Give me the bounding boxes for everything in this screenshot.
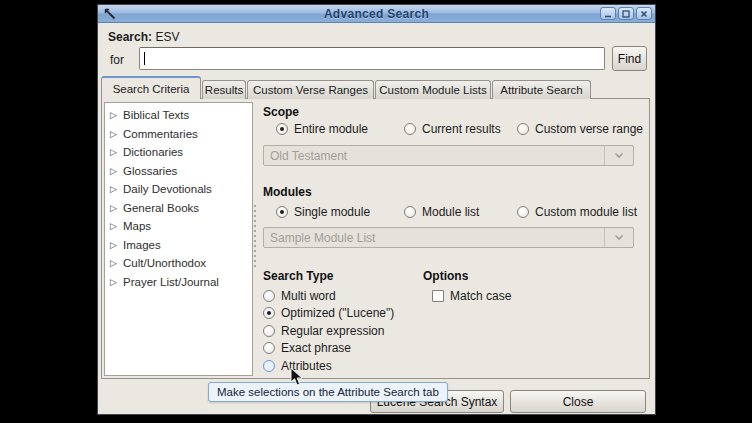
tree-item-images[interactable]: ▷Images xyxy=(105,236,252,255)
radio-current-results[interactable]: Current results xyxy=(404,122,501,136)
expander-icon[interactable]: ▷ xyxy=(110,221,123,231)
search-input[interactable] xyxy=(139,47,605,70)
radio-multi-word[interactable]: Multi word xyxy=(263,289,336,303)
radio-label: Multi word xyxy=(281,289,336,303)
tree-item-dictionaries[interactable]: ▷Dictionaries xyxy=(105,143,252,162)
radio-entire-module[interactable]: Entire module xyxy=(276,122,368,136)
expander-icon[interactable]: ▷ xyxy=(110,166,123,176)
text-caret xyxy=(144,52,145,65)
tooltip: Make selections on the Attribute Search … xyxy=(208,382,448,402)
tree-item-maps[interactable]: ▷Maps xyxy=(105,217,252,236)
options-title: Options xyxy=(423,269,468,283)
tab-attribute-search[interactable]: Attribute Search xyxy=(492,80,591,99)
radio-icon[interactable] xyxy=(404,206,416,218)
radio-icon[interactable] xyxy=(263,360,275,372)
radio-icon[interactable] xyxy=(404,123,416,135)
tree-item-label: Prayer List/Journal xyxy=(123,276,219,288)
expander-icon[interactable]: ▷ xyxy=(110,258,123,268)
radio-icon[interactable] xyxy=(517,123,529,135)
radio-label: Custom verse range xyxy=(535,122,643,136)
radio-label: Entire module xyxy=(294,122,368,136)
desktop: Advanced Search Search: ESV for Find xyxy=(0,0,752,423)
radio-single-module[interactable]: Single module xyxy=(276,205,370,219)
radio-label: Custom module list xyxy=(535,205,637,219)
radio-label: Optimized ("Lucene") xyxy=(281,306,394,320)
modules-title: Modules xyxy=(263,185,312,199)
tree-item-biblical-texts[interactable]: ▷Biblical Texts xyxy=(105,106,252,125)
search-module-value: ESV xyxy=(155,30,179,44)
close-dialog-button[interactable]: Close xyxy=(510,390,646,413)
radio-optimized-lucene[interactable]: Optimized ("Lucene") xyxy=(263,306,394,320)
radio-icon[interactable] xyxy=(263,342,275,354)
tree-item-label: Dictionaries xyxy=(123,146,183,158)
module-tree[interactable]: ▷Biblical Texts ▷Commentaries ▷Dictionar… xyxy=(104,102,253,376)
radio-icon[interactable] xyxy=(517,206,529,218)
find-button[interactable]: Find xyxy=(612,46,647,71)
radio-label: Attributes xyxy=(281,359,332,373)
tab-custom-verse-ranges[interactable]: Custom Verse Ranges xyxy=(247,80,374,99)
expander-icon[interactable]: ▷ xyxy=(110,240,123,250)
tree-item-label: General Books xyxy=(123,202,199,214)
radio-module-list[interactable]: Module list xyxy=(404,205,479,219)
tree-item-cult-unorthodox[interactable]: ▷Cult/Unorthodox xyxy=(105,254,252,273)
scope-combo-value: Old Testament xyxy=(264,146,604,165)
radio-custom-module-list[interactable]: Custom module list xyxy=(517,205,637,219)
window-controls xyxy=(600,7,652,20)
match-case-option[interactable]: Match case xyxy=(432,289,511,303)
radio-icon[interactable] xyxy=(276,123,288,135)
modules-combo-value: Sample Module List xyxy=(264,228,604,247)
radio-exact-phrase[interactable]: Exact phrase xyxy=(263,341,351,355)
tree-item-glossaries[interactable]: ▷Glossaries xyxy=(105,162,252,181)
expander-icon[interactable]: ▷ xyxy=(110,110,123,120)
checkbox-label: Match case xyxy=(450,289,511,303)
maximize-button[interactable] xyxy=(618,7,634,20)
titlebar[interactable]: Advanced Search xyxy=(98,5,655,23)
radio-regular-expression[interactable]: Regular expression xyxy=(263,324,384,338)
tree-item-commentaries[interactable]: ▷Commentaries xyxy=(105,125,252,144)
expander-icon[interactable]: ▷ xyxy=(110,184,123,194)
tree-item-daily-devotionals[interactable]: ▷Daily Devotionals xyxy=(105,180,252,199)
chevron-down-icon xyxy=(604,146,633,165)
radio-label: Exact phrase xyxy=(281,341,351,355)
expander-icon[interactable]: ▷ xyxy=(110,129,123,139)
scope-title: Scope xyxy=(263,105,299,119)
radio-icon[interactable] xyxy=(276,206,288,218)
expander-icon[interactable]: ▷ xyxy=(110,203,123,213)
search-module-line: Search: ESV xyxy=(108,30,179,44)
tree-item-label: Images xyxy=(123,239,161,251)
radio-icon[interactable] xyxy=(263,307,275,319)
tree-item-label: Glossaries xyxy=(123,165,177,177)
window-title: Advanced Search xyxy=(98,7,655,21)
radio-label: Current results xyxy=(422,122,501,136)
tab-custom-module-lists[interactable]: Custom Module Lists xyxy=(375,80,491,99)
minimize-icon xyxy=(604,10,612,18)
tree-item-label: Daily Devotionals xyxy=(123,183,212,195)
scope-combo: Old Testament xyxy=(263,145,634,166)
expander-icon[interactable]: ▷ xyxy=(110,147,123,157)
close-button[interactable] xyxy=(636,7,652,20)
for-label: for xyxy=(110,53,124,67)
expander-icon[interactable]: ▷ xyxy=(110,277,123,287)
radio-custom-verse-range[interactable]: Custom verse range xyxy=(517,122,643,136)
close-icon xyxy=(640,10,648,18)
checkbox-icon[interactable] xyxy=(432,290,444,302)
tree-item-label: Commentaries xyxy=(123,128,198,140)
tab-bar: Search Criteria Results Custom Verse Ran… xyxy=(101,76,592,99)
tree-item-prayer-list-journal[interactable]: ▷Prayer List/Journal xyxy=(105,273,252,292)
tree-item-label: Biblical Texts xyxy=(123,109,189,121)
minimize-button[interactable] xyxy=(600,7,616,20)
tree-item-general-books[interactable]: ▷General Books xyxy=(105,199,252,218)
tab-search-criteria[interactable]: Search Criteria xyxy=(101,76,201,99)
chevron-down-icon xyxy=(604,228,633,247)
advanced-search-window: Advanced Search Search: ESV for Find xyxy=(97,4,656,415)
tree-item-label: Cult/Unorthodox xyxy=(123,257,206,269)
radio-label: Module list xyxy=(422,205,479,219)
tree-item-label: Maps xyxy=(123,220,151,232)
mouse-cursor xyxy=(290,367,304,387)
radio-icon[interactable] xyxy=(263,325,275,337)
pane-splitter-handle[interactable] xyxy=(254,205,256,269)
modules-combo: Sample Module List xyxy=(263,227,634,248)
radio-icon[interactable] xyxy=(263,290,275,302)
search-label: Search: xyxy=(108,30,152,44)
tab-results[interactable]: Results xyxy=(202,80,246,99)
